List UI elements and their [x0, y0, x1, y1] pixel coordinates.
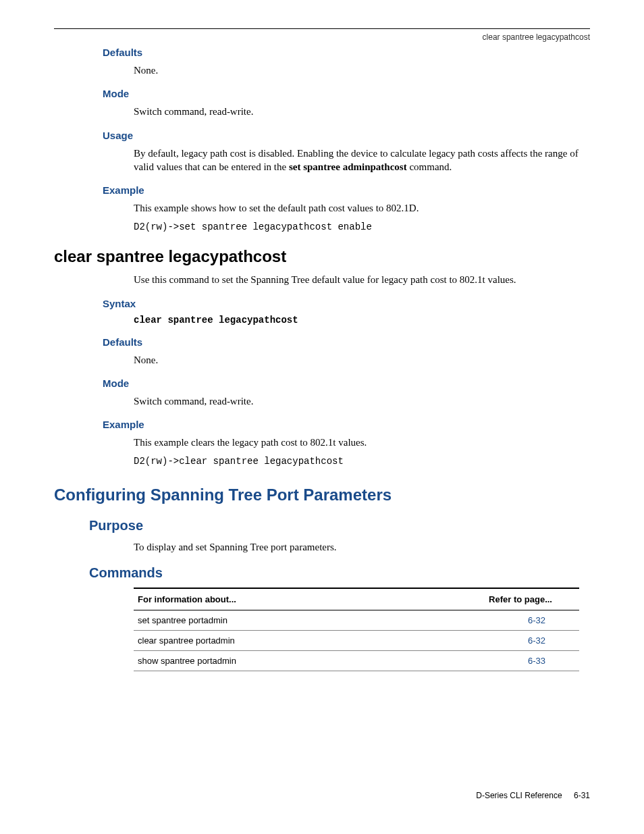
table-cell-page-link[interactable]: 6-32	[370, 630, 579, 650]
section-title-configuring: Configuring Spanning Tree Port Parameter…	[54, 486, 590, 504]
mode-text-2: Switch command, read-write.	[134, 394, 583, 408]
defaults-heading-2: Defaults	[103, 336, 590, 348]
table-cell-cmd: set spantree portadmin	[134, 610, 370, 630]
table-header-info: For information about...	[134, 588, 370, 610]
example-code-2: D2(rw)->clear spantree legacypathcost	[134, 456, 590, 467]
example-text: This example shows how to set the defaul…	[134, 201, 583, 215]
table-cell-cmd: clear spantree portadmin	[134, 630, 370, 650]
footer-page-number: 6-31	[574, 791, 590, 800]
defaults-text: None.	[134, 63, 583, 77]
syntax-heading: Syntax	[103, 298, 590, 309]
usage-text-part2: command.	[407, 161, 452, 172]
mode-text: Switch command, read-write.	[134, 105, 583, 118]
usage-heading: Usage	[103, 130, 590, 141]
example-heading: Example	[103, 184, 590, 196]
example-text-2: This example clears the legacy path cost…	[134, 436, 583, 449]
footer-doc-title: D-Series CLI Reference	[476, 791, 562, 800]
table-row: clear spantree portadmin 6-32	[134, 630, 579, 650]
table-header-page: Refer to page...	[370, 588, 579, 610]
table-row: show spantree portadmin 6-33	[134, 650, 579, 671]
section-intro: Use this command to set the Spanning Tre…	[134, 273, 583, 286]
commands-heading: Commands	[89, 565, 590, 581]
usage-text-bold: set spantree adminpathcost	[289, 161, 407, 172]
table-cell-cmd: show spantree portadmin	[134, 650, 370, 671]
page-footer: D-Series CLI Reference 6-31	[476, 791, 590, 800]
header-breadcrumb: clear spantree legacypathcost	[54, 32, 590, 42]
example-heading-2: Example	[103, 419, 590, 430]
syntax-code: clear spantree legacypathcost	[134, 315, 590, 325]
section-title-clear-spantree: clear spantree legacypathcost	[54, 247, 590, 266]
commands-table: For information about... Refer to page..…	[134, 588, 579, 671]
usage-text: By default, legacy path cost is disabled…	[134, 147, 583, 174]
purpose-text: To display and set Spanning Tree port pa…	[134, 540, 583, 554]
table-row: set spantree portadmin 6-32	[134, 610, 579, 630]
header-rule	[54, 28, 590, 29]
mode-heading-2: Mode	[103, 377, 590, 389]
mode-heading: Mode	[103, 88, 590, 99]
defaults-heading: Defaults	[103, 47, 590, 58]
purpose-heading: Purpose	[89, 518, 590, 533]
defaults-text-2: None.	[134, 353, 583, 367]
table-cell-page-link[interactable]: 6-32	[370, 610, 579, 630]
table-cell-page-link[interactable]: 6-33	[370, 650, 579, 671]
example-code: D2(rw)->set spantree legacypathcost enab…	[134, 221, 590, 232]
